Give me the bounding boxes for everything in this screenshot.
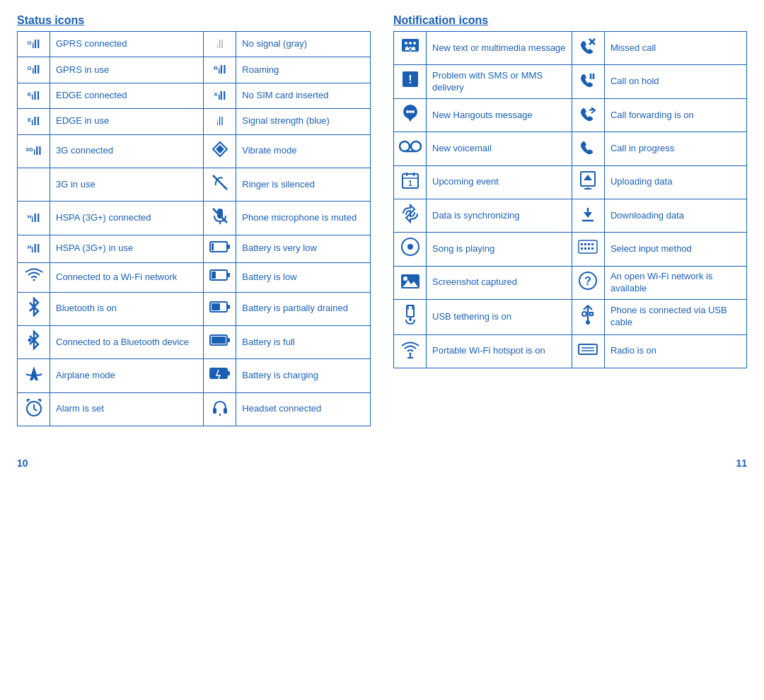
icon-ringer-silenced [204,168,236,201]
icon-no-signal: ᵢll [204,32,236,57]
icon-hspa-connected: Hᵢll [18,202,50,235]
icon-usb-connected [572,300,604,334]
icon-gprs-connected: Gᵢll [18,32,50,57]
label-no-signal: No signal (gray) [236,32,371,57]
label-screenshot: Screenshot captured [427,266,572,299]
label-call-hold: Call on hold [604,65,746,98]
table-row: Eᵢll EDGE connected Xᵢll No SIM card ins… [18,83,371,108]
label-usb-tethering: USB tethering is on [427,300,572,334]
label-battery-low: Battery is low [236,263,371,292]
icon-hangouts [394,98,427,132]
svg-point-42 [412,110,415,113]
label-call-in-progress: Call in progress [604,132,746,165]
svg-point-15 [28,338,31,342]
icon-vibrate [204,134,236,168]
label-battery-partial: Battery is partially drained [236,292,371,325]
svg-point-83 [586,320,590,325]
svg-rect-65 [581,247,583,250]
label-battery-full: Battery is full [236,325,371,358]
svg-text:?: ? [585,275,592,287]
svg-rect-67 [588,247,590,250]
label-upcoming-event: Upcoming event [427,165,572,199]
svg-rect-61 [581,243,583,245]
table-row: USB tethering is on Phone is connected v… [394,300,747,334]
icon-alarm-set [18,392,50,426]
icon-upcoming-event: 1 [394,165,427,199]
svg-rect-82 [590,313,593,315]
label-bluetooth-on: Bluetooth is on [50,292,204,325]
label-input-method: Select input method [604,233,746,266]
table-row: Hᵢll HSPA (3G+) in use Battery is very l… [18,235,371,262]
label-edge-connected: EDGE connected [50,83,204,108]
svg-rect-62 [584,243,586,245]
icon-voicemail [394,132,427,165]
icon-song-playing [394,233,427,266]
icon-no-sim: Xᵢll [204,83,236,108]
table-row: Data is synchronizing Downloading data [394,199,747,232]
icon-mic-muted [204,202,236,235]
page-number-right: 11 [736,457,747,469]
label-mic-muted: Phone microphone is muted [236,202,371,235]
label-open-wifi: An open Wi-Fi network is available [604,266,746,299]
label-headset: Headset connected [236,392,371,426]
svg-point-43 [400,141,410,151]
svg-point-81 [582,312,586,316]
table-row: Alarm is set Headset connected [18,392,371,426]
icon-wifi-hotspot [394,334,427,368]
icon-edge-in-use: Eᵢll [18,109,50,134]
icon-bluetooth-on [18,292,50,325]
table-row: New text or multimedia message Missed ca… [394,32,747,65]
svg-rect-68 [591,247,594,250]
icon-uploading [572,165,604,199]
label-hspa-connected: HSPA (3G+) connected [50,202,204,235]
label-edge-in-use: EDGE in use [50,109,204,134]
label-vibrate: Vibrate mode [236,134,371,168]
svg-marker-54 [584,175,592,180]
icon-call-hold [572,65,604,98]
svg-rect-8 [212,243,214,250]
svg-rect-64 [591,243,594,245]
icon-usb-tethering [394,300,427,334]
icon-3g-in-use [18,168,50,201]
table-row: Airplane mode Battery is charging [18,359,371,392]
status-title: Status icons [17,14,371,27]
label-wifi-hotspot: Portable Wi-Fi hotspot is on [427,334,572,368]
status-table: Gᵢll GPRS connected ᵢll No signal (gray)… [17,31,371,426]
label-no-sim: No SIM card inserted [236,83,371,108]
label-missed-call: Missed call [604,32,746,65]
label-hangouts: New Hangouts message [427,98,572,132]
svg-marker-1 [216,145,224,153]
icon-input-method [572,233,604,266]
icon-missed-call [572,32,604,65]
icon-battery-very-low [204,235,236,262]
label-hspa-in-use: HSPA (3G+) in use [50,235,204,262]
svg-rect-17 [227,338,230,342]
svg-point-30 [405,42,407,45]
table-row: Connected to a Bluetooth device Battery … [18,325,371,358]
icon-downloading [572,199,604,232]
status-section: Status icons Gᵢll GPRS connected ᵢll No … [17,14,371,426]
table-row: Gᵢll GPRS connected ᵢll No signal (gray) [18,32,371,57]
table-row: New voicemail Call in progress [394,132,747,165]
svg-rect-20 [227,371,230,375]
table-row: 3Gᵢll 3G connected Vibrate mode [18,134,371,168]
icon-battery-charging [204,359,236,392]
svg-rect-60 [579,240,597,253]
icon-battery-full [204,325,236,358]
label-airplane-mode: Airplane mode [50,359,204,392]
svg-point-40 [406,110,409,113]
icon-wifi-connected [18,263,50,292]
icon-airplane-mode [18,359,50,392]
label-usb-connected: Phone is connected via USB cable [604,300,746,334]
label-sync: Data is synchronizing [427,199,572,232]
icon-3g-connected: 3Gᵢll [18,134,50,168]
svg-rect-86 [579,344,597,354]
icon-gprs-in-use: Gᵢll [18,57,50,83]
table-row: Bluetooth is on Battery is partially dra… [18,292,371,325]
svg-point-59 [407,244,413,250]
svg-rect-27 [224,408,227,414]
label-bluetooth-connected: Connected to a Bluetooth device [50,325,204,358]
icon-sms-problem: ! [394,65,427,98]
page-number-left: 10 [17,457,28,469]
label-ringer-silenced: Ringer is silenced [236,168,371,201]
